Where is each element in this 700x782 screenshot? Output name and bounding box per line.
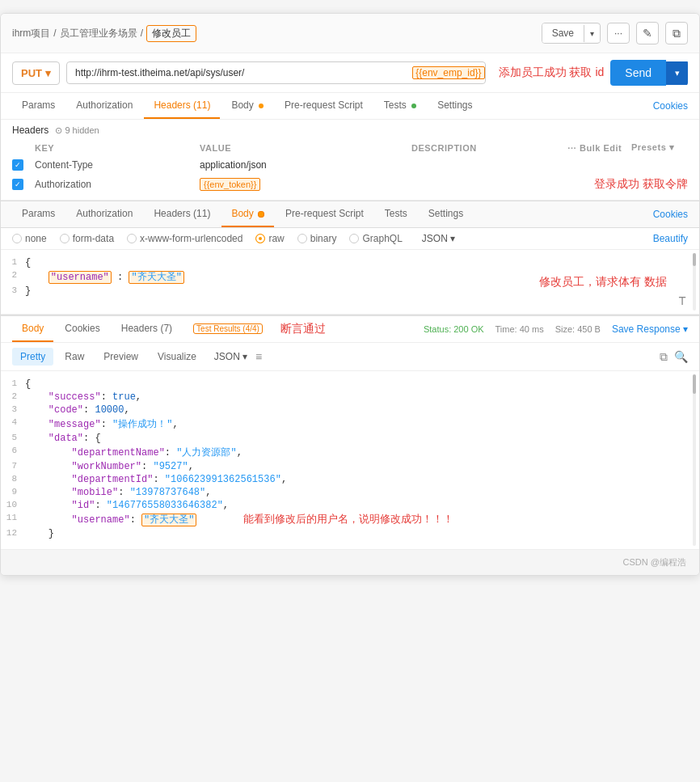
copy-icon[interactable]: ⧉	[660, 350, 668, 364]
breadcrumb-sep2: /	[141, 27, 143, 39]
edit-icon-button[interactable]: ✎	[636, 22, 659, 44]
col-bulk-header: Bulk Edit	[580, 143, 628, 153]
resp-line-6: 6 "departmentName": "人力资源部",	[1, 445, 699, 460]
save-response-button[interactable]: Save Response ▾	[612, 323, 688, 335]
url-bar: PUT ▾ http://ihrm-test.itheima.net/api/s…	[1, 53, 699, 93]
value-authorization: {{env_token}}	[200, 179, 584, 190]
save-button-group: Save ▾	[542, 23, 601, 44]
beautify-button[interactable]: Beautify	[653, 233, 688, 244]
resp-tab-headers[interactable]: Headers (7)	[112, 316, 182, 342]
tab-settings-1[interactable]: Settings	[428, 93, 482, 119]
tab-authorization-2[interactable]: Authorization	[66, 201, 142, 227]
method-select[interactable]: PUT ▾	[12, 61, 60, 85]
response-json: 1 { 2 "success": true, 3 "code": 10000, …	[1, 371, 699, 549]
response-header: Body Cookies Headers (7) Test Results (4…	[1, 315, 699, 343]
body-active-dot	[258, 211, 264, 218]
req-line-3-content: }	[25, 285, 31, 297]
json-format-label: JSON	[422, 233, 448, 244]
watermark: CSDN @编程浩	[1, 549, 699, 575]
window-icon: ⧉	[673, 27, 681, 40]
tab-body-2[interactable]: Body	[221, 201, 274, 227]
radio-none[interactable]: none	[12, 233, 47, 244]
body-type-row: none form-data x-www-form-urlencoded raw…	[1, 228, 699, 250]
method-label: PUT	[21, 67, 42, 79]
radio-urlencoded-circle	[127, 234, 137, 243]
radio-formdata-circle	[60, 234, 70, 243]
tabs-row-2: Params Authorization Headers (11) Body P…	[1, 201, 699, 228]
resp-preview-tab[interactable]: Preview	[95, 348, 146, 366]
url-input-wrapper[interactable]: http://ihrm-test.itheima.net/api/sys/use…	[66, 61, 486, 84]
value-content-type: application/json	[200, 159, 688, 171]
radio-graphql[interactable]: GraphQL	[349, 233, 402, 244]
resp-tab-cookies[interactable]: Cookies	[55, 316, 109, 342]
col-desc-header: DESCRIPTION	[411, 143, 508, 153]
json-format-select[interactable]: JSON ▾	[422, 233, 455, 244]
key-content-type: Content-Type	[35, 159, 196, 171]
app-window: ihrm项目 / 员工管理业务场景 / 修改员工 Save ▾ ··· ✎ ⧉ …	[0, 13, 700, 576]
send-arrow-button[interactable]: ▾	[666, 61, 688, 85]
check-content-type[interactable]: ✓	[12, 159, 32, 171]
resp-line-7: 7 "workNumber": "9527",	[1, 460, 699, 473]
resp-pretty-tab[interactable]: Pretty	[12, 348, 53, 366]
radio-urlencoded-label: x-www-form-urlencoded	[140, 233, 242, 244]
tab-prerequest-2[interactable]: Pre-request Script	[276, 201, 373, 227]
tab-headers-2[interactable]: Headers (11)	[144, 201, 220, 227]
save-arrow-button[interactable]: ▾	[584, 25, 600, 42]
tab-params-1[interactable]: Params	[12, 93, 65, 119]
tab-settings-2[interactable]: Settings	[419, 201, 473, 227]
request-body-editor: 1 { 2 "username" : "齐天大圣" 3 } 修改员工，请求体有 …	[1, 250, 699, 315]
req-line-1: 1 {	[1, 256, 699, 269]
watermark-text: CSDN @编程浩	[623, 557, 686, 567]
resp-username-value: "齐天大圣"	[141, 514, 196, 526]
authorization-annotation: 登录成功 获取令牌	[594, 177, 688, 192]
filter-icon[interactable]: ≡	[255, 350, 262, 363]
radio-binary-label: binary	[310, 233, 337, 244]
top-bar: ihrm项目 / 员工管理业务场景 / 修改员工 Save ▾ ··· ✎ ⧉	[1, 14, 699, 53]
breadcrumb-root: ihrm项目	[12, 27, 50, 40]
tab-authorization-1[interactable]: Authorization	[66, 93, 142, 119]
size-label: Size: 450 B	[555, 324, 601, 334]
col-key-header: KEY	[35, 143, 196, 153]
header-row-authorization: ✓ Authorization {{env_token}} 登录成功 获取令牌	[12, 174, 688, 195]
method-chevron: ▾	[45, 67, 51, 79]
radio-none-circle	[12, 234, 22, 243]
col-actions-header: ···	[512, 143, 576, 153]
cookies-link-2[interactable]: Cookies	[653, 209, 688, 220]
resp-tab-test-results[interactable]: Test Results (4/4)	[183, 316, 272, 342]
resp-json-select[interactable]: JSON ▾	[214, 351, 247, 362]
cookies-link-1[interactable]: Cookies	[653, 100, 688, 112]
more-button[interactable]: ···	[607, 23, 630, 44]
radio-raw[interactable]: raw	[255, 233, 284, 244]
key-authorization: Authorization	[35, 179, 196, 190]
req-body-annotation: 修改员工，请求体有 数据	[539, 275, 667, 290]
tab-prerequest-1[interactable]: Pre-request Script	[275, 93, 373, 119]
resp-json-chevron: ▾	[242, 351, 247, 362]
resp-visualize-tab[interactable]: Visualize	[150, 348, 205, 366]
search-icon[interactable]: 🔍	[674, 350, 688, 364]
tab-body-1[interactable]: Body	[221, 93, 273, 119]
tab-headers-1[interactable]: Headers (11)	[144, 93, 220, 119]
status-ok: Status: 200 OK	[424, 324, 484, 334]
send-button[interactable]: Send	[610, 60, 666, 86]
status-info: Status: 200 OK Time: 40 ms Size: 450 B S…	[424, 323, 688, 335]
radio-raw-circle	[255, 234, 265, 243]
test-results-annotation: 断言通过	[280, 322, 326, 336]
window-icon-button[interactable]: ⧉	[665, 22, 688, 44]
radio-binary[interactable]: binary	[297, 233, 337, 244]
radio-formdata[interactable]: form-data	[60, 233, 114, 244]
save-button[interactable]: Save	[542, 23, 584, 43]
headers-table: KEY VALUE DESCRIPTION ··· Bulk Edit Pres…	[12, 139, 688, 195]
resp-line-4: 4 "message": "操作成功！",	[1, 416, 699, 432]
scrollbar-track	[693, 253, 696, 311]
tab-tests-2[interactable]: Tests	[375, 201, 417, 227]
resp-tab-body[interactable]: Body	[12, 316, 53, 342]
breadcrumb-sep1: /	[53, 27, 56, 39]
col-value-header: VALUE	[200, 143, 408, 153]
req-line-1-content: {	[25, 257, 31, 268]
tab-params-2[interactable]: Params	[12, 201, 65, 227]
resp-raw-tab[interactable]: Raw	[57, 348, 92, 366]
resp-scrollbar-track	[693, 374, 696, 546]
tab-tests-1[interactable]: Tests	[374, 93, 426, 119]
radio-urlencoded[interactable]: x-www-form-urlencoded	[127, 233, 242, 244]
check-authorization[interactable]: ✓	[12, 179, 32, 190]
